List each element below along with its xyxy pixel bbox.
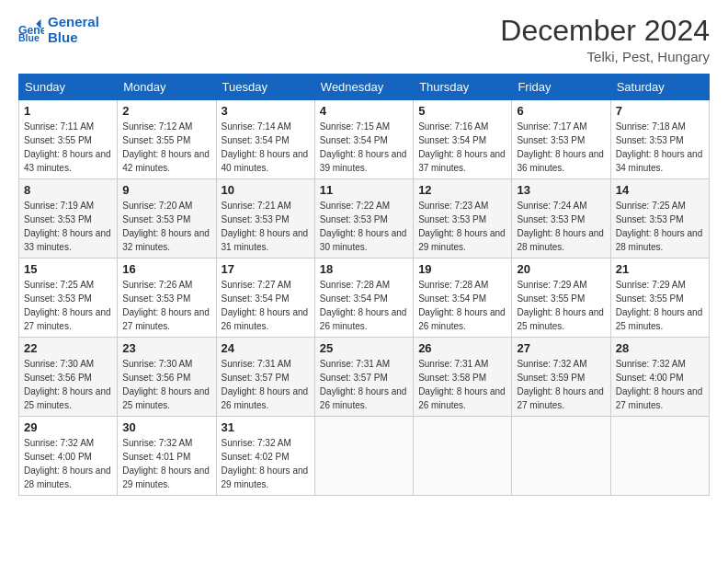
day-number: 18 bbox=[320, 262, 408, 276]
day-number: 26 bbox=[418, 341, 506, 355]
day-number: 30 bbox=[122, 420, 210, 434]
calendar-week-row: 15 Sunrise: 7:25 AM Sunset: 3:53 PM Dayl… bbox=[19, 259, 710, 338]
calendar-cell: 14 Sunrise: 7:25 AM Sunset: 3:53 PM Dayl… bbox=[610, 179, 709, 259]
calendar-cell: 10 Sunrise: 7:21 AM Sunset: 3:53 PM Dayl… bbox=[216, 179, 314, 259]
day-info: Sunrise: 7:30 AM Sunset: 3:56 PM Dayligh… bbox=[122, 357, 210, 412]
calendar-cell: 3 Sunrise: 7:14 AM Sunset: 3:54 PM Dayli… bbox=[216, 100, 314, 179]
calendar-cell bbox=[512, 417, 610, 496]
logo-line2: Blue bbox=[48, 29, 78, 45]
calendar-cell: 17 Sunrise: 7:27 AM Sunset: 3:54 PM Dayl… bbox=[216, 259, 314, 338]
calendar-cell: 5 Sunrise: 7:16 AM Sunset: 3:54 PM Dayli… bbox=[414, 100, 512, 179]
calendar-cell: 23 Sunrise: 7:30 AM Sunset: 3:56 PM Dayl… bbox=[118, 338, 216, 417]
day-info: Sunrise: 7:28 AM Sunset: 3:54 PM Dayligh… bbox=[418, 278, 506, 333]
day-number: 9 bbox=[122, 183, 210, 197]
day-info: Sunrise: 7:19 AM Sunset: 3:53 PM Dayligh… bbox=[24, 199, 112, 254]
day-info: Sunrise: 7:31 AM Sunset: 3:57 PM Dayligh… bbox=[222, 357, 310, 412]
day-info: Sunrise: 7:26 AM Sunset: 3:53 PM Dayligh… bbox=[122, 278, 210, 333]
calendar-cell: 27 Sunrise: 7:32 AM Sunset: 3:59 PM Dayl… bbox=[512, 338, 610, 417]
calendar-day-header: Saturday bbox=[610, 75, 709, 100]
day-number: 25 bbox=[320, 341, 408, 355]
day-info: Sunrise: 7:32 AM Sunset: 4:01 PM Dayligh… bbox=[122, 436, 210, 491]
day-info: Sunrise: 7:25 AM Sunset: 3:53 PM Dayligh… bbox=[24, 278, 112, 333]
day-info: Sunrise: 7:31 AM Sunset: 3:58 PM Dayligh… bbox=[418, 357, 506, 412]
calendar-cell: 7 Sunrise: 7:18 AM Sunset: 3:53 PM Dayli… bbox=[610, 100, 709, 179]
calendar-day-header: Sunday bbox=[19, 75, 118, 100]
day-number: 7 bbox=[616, 104, 704, 118]
calendar-cell bbox=[414, 417, 512, 496]
day-number: 27 bbox=[517, 341, 605, 355]
day-info: Sunrise: 7:24 AM Sunset: 3:53 PM Dayligh… bbox=[517, 199, 605, 254]
day-info: Sunrise: 7:22 AM Sunset: 3:53 PM Dayligh… bbox=[320, 199, 408, 254]
day-number: 20 bbox=[517, 262, 605, 276]
day-number: 28 bbox=[616, 341, 704, 355]
svg-text:Blue: Blue bbox=[18, 32, 40, 43]
day-info: Sunrise: 7:32 AM Sunset: 3:59 PM Dayligh… bbox=[517, 357, 605, 412]
day-number: 6 bbox=[517, 104, 605, 118]
day-info: Sunrise: 7:14 AM Sunset: 3:54 PM Dayligh… bbox=[222, 120, 310, 175]
day-info: Sunrise: 7:23 AM Sunset: 3:53 PM Dayligh… bbox=[418, 199, 506, 254]
calendar-week-row: 22 Sunrise: 7:30 AM Sunset: 3:56 PM Dayl… bbox=[19, 338, 710, 417]
calendar-cell: 25 Sunrise: 7:31 AM Sunset: 3:57 PM Dayl… bbox=[314, 338, 413, 417]
day-number: 29 bbox=[24, 420, 112, 434]
day-info: Sunrise: 7:29 AM Sunset: 3:55 PM Dayligh… bbox=[517, 278, 605, 333]
calendar-cell: 18 Sunrise: 7:28 AM Sunset: 3:54 PM Dayl… bbox=[314, 259, 413, 338]
day-number: 13 bbox=[517, 183, 605, 197]
calendar-cell: 28 Sunrise: 7:32 AM Sunset: 4:00 PM Dayl… bbox=[610, 338, 709, 417]
calendar-cell: 13 Sunrise: 7:24 AM Sunset: 3:53 PM Dayl… bbox=[512, 179, 610, 259]
logo-icon: General Blue bbox=[18, 17, 44, 43]
calendar-cell: 24 Sunrise: 7:31 AM Sunset: 3:57 PM Dayl… bbox=[216, 338, 314, 417]
title-block: December 2024 Telki, Pest, Hungary bbox=[500, 15, 710, 64]
day-info: Sunrise: 7:31 AM Sunset: 3:57 PM Dayligh… bbox=[320, 357, 408, 412]
calendar-day-header: Monday bbox=[118, 75, 216, 100]
day-info: Sunrise: 7:12 AM Sunset: 3:55 PM Dayligh… bbox=[122, 120, 210, 175]
day-info: Sunrise: 7:32 AM Sunset: 4:00 PM Dayligh… bbox=[616, 357, 704, 412]
calendar-cell: 15 Sunrise: 7:25 AM Sunset: 3:53 PM Dayl… bbox=[19, 259, 118, 338]
calendar-cell: 30 Sunrise: 7:32 AM Sunset: 4:01 PM Dayl… bbox=[118, 417, 216, 496]
day-number: 21 bbox=[616, 262, 704, 276]
day-number: 16 bbox=[122, 262, 210, 276]
calendar-cell: 8 Sunrise: 7:19 AM Sunset: 3:53 PM Dayli… bbox=[19, 179, 118, 259]
day-info: Sunrise: 7:28 AM Sunset: 3:54 PM Dayligh… bbox=[320, 278, 408, 333]
calendar-cell: 20 Sunrise: 7:29 AM Sunset: 3:55 PM Dayl… bbox=[512, 259, 610, 338]
calendar-cell: 4 Sunrise: 7:15 AM Sunset: 3:54 PM Dayli… bbox=[314, 100, 413, 179]
day-number: 2 bbox=[122, 104, 210, 118]
day-number: 1 bbox=[24, 104, 112, 118]
location: Telki, Pest, Hungary bbox=[500, 49, 710, 64]
day-info: Sunrise: 7:21 AM Sunset: 3:53 PM Dayligh… bbox=[222, 199, 310, 254]
day-number: 12 bbox=[418, 183, 506, 197]
calendar-cell: 21 Sunrise: 7:29 AM Sunset: 3:55 PM Dayl… bbox=[610, 259, 709, 338]
day-number: 24 bbox=[222, 341, 310, 355]
day-info: Sunrise: 7:18 AM Sunset: 3:53 PM Dayligh… bbox=[616, 120, 704, 175]
month-title: December 2024 bbox=[500, 15, 710, 47]
day-info: Sunrise: 7:27 AM Sunset: 3:54 PM Dayligh… bbox=[222, 278, 310, 333]
day-info: Sunrise: 7:32 AM Sunset: 4:00 PM Dayligh… bbox=[24, 436, 112, 491]
calendar-cell: 2 Sunrise: 7:12 AM Sunset: 3:55 PM Dayli… bbox=[118, 100, 216, 179]
calendar-header-row: SundayMondayTuesdayWednesdayThursdayFrid… bbox=[19, 75, 710, 100]
calendar-cell: 1 Sunrise: 7:11 AM Sunset: 3:55 PM Dayli… bbox=[19, 100, 118, 179]
calendar-day-header: Friday bbox=[512, 75, 610, 100]
day-info: Sunrise: 7:17 AM Sunset: 3:53 PM Dayligh… bbox=[517, 120, 605, 175]
calendar-week-row: 1 Sunrise: 7:11 AM Sunset: 3:55 PM Dayli… bbox=[19, 100, 710, 179]
calendar-cell: 19 Sunrise: 7:28 AM Sunset: 3:54 PM Dayl… bbox=[414, 259, 512, 338]
day-number: 11 bbox=[320, 183, 408, 197]
calendar-cell bbox=[610, 417, 709, 496]
calendar-cell: 29 Sunrise: 7:32 AM Sunset: 4:00 PM Dayl… bbox=[19, 417, 118, 496]
day-info: Sunrise: 7:32 AM Sunset: 4:02 PM Dayligh… bbox=[222, 436, 310, 491]
calendar-cell: 26 Sunrise: 7:31 AM Sunset: 3:58 PM Dayl… bbox=[414, 338, 512, 417]
calendar-day-header: Tuesday bbox=[216, 75, 314, 100]
calendar-cell: 31 Sunrise: 7:32 AM Sunset: 4:02 PM Dayl… bbox=[216, 417, 314, 496]
calendar-week-row: 29 Sunrise: 7:32 AM Sunset: 4:00 PM Dayl… bbox=[19, 417, 710, 496]
day-number: 17 bbox=[222, 262, 310, 276]
day-number: 8 bbox=[24, 183, 112, 197]
day-number: 31 bbox=[222, 420, 310, 434]
day-info: Sunrise: 7:16 AM Sunset: 3:54 PM Dayligh… bbox=[418, 120, 506, 175]
day-info: Sunrise: 7:20 AM Sunset: 3:53 PM Dayligh… bbox=[122, 199, 210, 254]
day-info: Sunrise: 7:29 AM Sunset: 3:55 PM Dayligh… bbox=[616, 278, 704, 333]
day-number: 4 bbox=[320, 104, 408, 118]
logo-line1: General bbox=[48, 14, 99, 29]
day-info: Sunrise: 7:30 AM Sunset: 3:56 PM Dayligh… bbox=[24, 357, 112, 412]
day-number: 3 bbox=[222, 104, 310, 118]
calendar-day-header: Thursday bbox=[414, 75, 512, 100]
logo: General Blue General Blue bbox=[18, 15, 99, 45]
day-number: 22 bbox=[24, 341, 112, 355]
